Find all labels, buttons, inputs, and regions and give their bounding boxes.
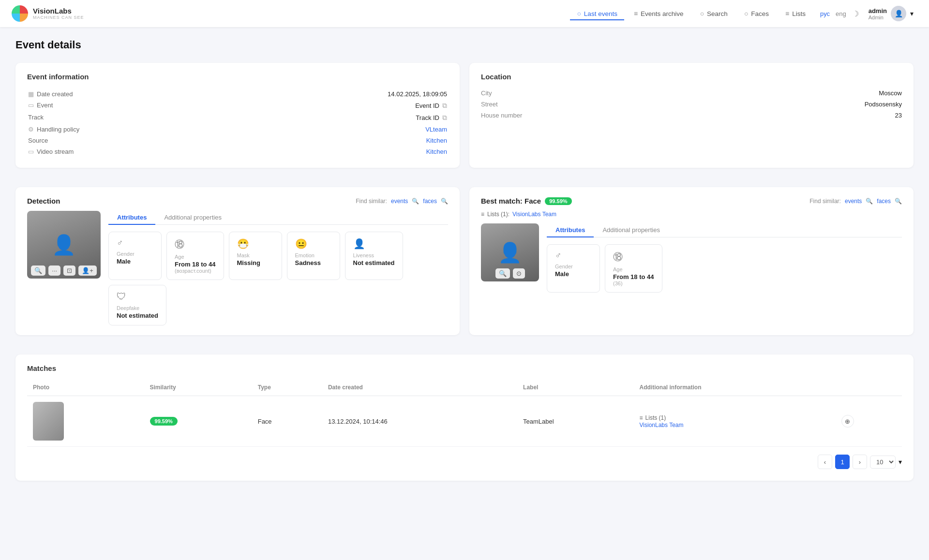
crop-button[interactable]: ⊡ — [63, 265, 75, 276]
copy-event-id-icon[interactable]: ⧉ — [442, 102, 447, 110]
lang-ru[interactable]: рус — [820, 10, 830, 17]
house-value: 23 — [895, 112, 902, 119]
navbar-right: рус eng ☽ admin Admin 👤 ▾ — [820, 4, 917, 23]
bm-gender-label: Gender — [555, 264, 592, 269]
prev-page-button[interactable]: ‹ — [818, 455, 832, 469]
city-row: City Moscow — [481, 88, 902, 99]
bm-search-icon: 🔍 — [866, 198, 873, 205]
tab-attributes[interactable]: Attributes — [108, 211, 155, 225]
video-value[interactable]: Kitchen — [426, 148, 447, 155]
detection-title: Detection — [27, 197, 60, 205]
theme-toggle[interactable]: ☽ — [852, 9, 859, 18]
street-row: Street Podsosensky — [481, 99, 902, 110]
match-similarity-cell: 99.59% — [144, 396, 252, 447]
best-match-events-link[interactable]: events — [845, 198, 862, 205]
best-match-attributes: Attributes Additional properties ♂ Gende… — [547, 223, 902, 293]
col-similarity: Similarity — [144, 379, 252, 396]
match-lists-info-row: ≡ Lists (1) — [640, 414, 830, 421]
zoom-in-button[interactable]: 🔍 — [31, 265, 45, 276]
best-match-find-similar: Find similar: events 🔍 faces 🔍 — [809, 198, 902, 205]
nav-faces[interactable]: ○ Faces — [737, 7, 776, 20]
match-navigate-button[interactable]: ⊕ — [841, 415, 854, 427]
nav-last-events[interactable]: ○ Last events — [570, 7, 624, 20]
nav-search[interactable]: ○ Search — [693, 7, 734, 20]
video-icon: ▭ — [28, 148, 34, 155]
match-score-badge: 99.59% — [545, 197, 571, 205]
bm-tab-additional[interactable]: Additional properties — [594, 223, 669, 237]
street-label: Street — [481, 101, 498, 108]
nav-last-events-label: Last events — [584, 10, 617, 17]
emotion-value: Sadness — [295, 259, 332, 266]
bm-more-button[interactable]: ⊙ — [513, 268, 525, 279]
event-info-card: Event information ▦ Date created 14.02.2… — [15, 63, 460, 168]
user-name: admin — [869, 7, 887, 15]
find-similar-faces-link[interactable]: faces — [423, 198, 437, 205]
lists-row-icon: ≡ — [640, 414, 643, 421]
detection-card: Detection Find similar: events 🔍 faces 🔍… — [15, 187, 460, 335]
avatar: 👤 — [891, 6, 906, 21]
liveness-value: Not estimated — [353, 259, 395, 266]
bm-attr-cards: ♂ Gender Male ⑱ Age From 18 to 44 (36) — [547, 244, 902, 293]
face-icon: ○ — [744, 10, 748, 17]
nav-faces-label: Faces — [751, 10, 769, 17]
gender-icon: ♂ — [117, 238, 153, 248]
attr-card-age: ⑱ Age From 18 to 44 (возраст.count) — [166, 232, 224, 280]
match-lists-link-row[interactable]: VisionLabs Team — [640, 422, 684, 428]
match-photo-cell — [27, 396, 144, 447]
page-1-button[interactable]: 1 — [835, 455, 850, 469]
col-date-created: Date created — [322, 379, 517, 396]
best-match-title: Best match: Face 99.59% — [481, 197, 572, 205]
best-match-faces-link[interactable]: faces — [877, 198, 891, 205]
per-page-chevron: ▾ — [899, 458, 902, 466]
house-label: House number — [481, 112, 522, 119]
calendar-icon: ▦ — [28, 90, 34, 98]
bm-zoom-button[interactable]: 🔍 — [495, 268, 510, 279]
match-lists-link[interactable]: VisionLabs Team — [512, 211, 556, 218]
age-label: Age — [175, 254, 216, 260]
best-match-header: Best match: Face 99.59% Find similar: ev… — [481, 197, 902, 205]
pagination: ‹ 1 › 10 25 50 ▾ — [27, 447, 902, 471]
more-button[interactable]: ··· — [48, 265, 60, 276]
person-add-button[interactable]: 👤+ — [78, 265, 97, 276]
match-date-cell: 13.12.2024, 10:14:46 — [322, 396, 517, 447]
detection-image: 👤 🔍 ··· ⊡ 👤+ — [27, 211, 101, 279]
source-row: Source Kitchen — [28, 135, 447, 146]
image-actions: 🔍 ··· ⊡ 👤+ — [27, 265, 101, 276]
lang-en[interactable]: eng — [836, 10, 846, 17]
col-type: Type — [252, 379, 322, 396]
find-similar: Find similar: events 🔍 faces 🔍 — [356, 198, 448, 205]
event-id-cell: Event ID ⧉ — [415, 102, 447, 110]
matches-title: Matches — [27, 364, 902, 372]
main-nav: ○ Last events ≡ Events archive ○ Search … — [570, 7, 812, 20]
attr-card-emotion: 😐 Emotion Sadness — [287, 232, 340, 280]
sliders-icon: ⚙ — [28, 126, 34, 133]
match-label-cell: TeamLabel — [517, 396, 633, 447]
handling-value[interactable]: VLteam — [425, 126, 447, 133]
track-id-cell: Track ID ⧉ — [416, 114, 447, 122]
per-page-select[interactable]: 10 25 50 — [870, 456, 896, 469]
gender-label: Gender — [117, 251, 153, 257]
next-page-button[interactable]: › — [853, 455, 867, 469]
user-menu[interactable]: admin Admin 👤 ▾ — [865, 4, 917, 23]
chevron-down-icon: ▾ — [910, 10, 914, 17]
bm-attr-card-gender: ♂ Gender Male — [547, 244, 600, 293]
attr-tabs: Attributes Additional properties — [108, 211, 448, 225]
match-actions-cell: ⊕ — [836, 396, 902, 447]
search-icon: ○ — [700, 10, 704, 17]
nav-events-archive[interactable]: ≡ Events archive — [627, 7, 690, 20]
best-match-card: Best match: Face 99.59% Find similar: ev… — [469, 187, 914, 335]
bm-age-icon: ⑱ — [613, 251, 654, 264]
bm-tab-attributes[interactable]: Attributes — [547, 223, 594, 237]
date-created-row: ▦ Date created 14.02.2025, 18:09:05 — [28, 88, 447, 100]
video-row: ▭ Video stream Kitchen — [28, 146, 447, 157]
source-value[interactable]: Kitchen — [426, 137, 447, 144]
tab-additional-properties[interactable]: Additional properties — [155, 211, 230, 225]
match-additional-cell: ≡ Lists (1) VisionLabs Team — [634, 396, 836, 447]
col-actions — [836, 379, 902, 396]
mask-value: Missing — [237, 259, 274, 266]
copy-track-id-icon[interactable]: ⧉ — [442, 114, 447, 122]
nav-lists[interactable]: ≡ Lists — [779, 7, 812, 20]
attr-card-mask: 😷 Mask Missing — [229, 232, 282, 280]
video-label: ▭ Video stream — [28, 148, 105, 155]
find-similar-events-link[interactable]: events — [391, 198, 408, 205]
